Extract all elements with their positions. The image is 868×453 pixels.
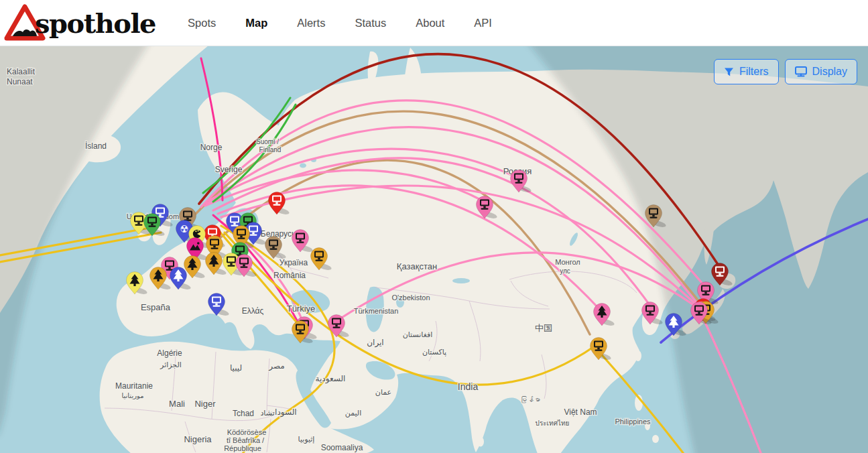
map-label: Nigeria	[184, 434, 212, 444]
map-label: улс	[560, 267, 570, 275]
map-label: Қазақстан	[397, 261, 437, 271]
nav-item-map[interactable]: Map	[245, 17, 267, 29]
svg-text:☢: ☢	[180, 223, 188, 235]
map-label: Беларусь	[261, 229, 296, 239]
brand-logo[interactable]: spothole	[4, 3, 156, 42]
map-label: الجزائر	[160, 361, 182, 369]
nav-item-alerts[interactable]: Alerts	[297, 17, 325, 29]
map-label: Kalaallit	[7, 67, 36, 76]
map-label: عمان	[375, 388, 391, 396]
map-label: မြန်မာ	[520, 396, 540, 403]
map-label: Việt Nam	[564, 407, 597, 417]
map-label: پاکستان	[422, 348, 446, 357]
map-label: Norge	[200, 143, 223, 152]
filter-icon	[724, 67, 734, 77]
map-label: Algérie	[157, 348, 182, 358]
map-label: 中国	[535, 323, 552, 333]
map-label: Ködörösèse	[227, 428, 267, 436]
map-label: Монгол	[555, 258, 580, 266]
map-label: Türkiye	[287, 304, 316, 314]
map-label: O'zbekiston	[391, 294, 430, 302]
filters-button[interactable]: Filters	[714, 59, 779, 84]
spothole-app: spothole SpotsMapAlertsStatusAboutAPI	[0, 0, 868, 453]
map-label: ايران	[367, 338, 383, 348]
map-label: Sverige	[215, 165, 243, 174]
nav-item-status[interactable]: Status	[355, 17, 386, 29]
map-label: Nunaat	[7, 77, 33, 86]
radiation-icon: ☢	[180, 223, 188, 235]
map-canvas[interactable]: KalaallitNunaatİslandNorgeSverigeSuomi /…	[0, 46, 868, 453]
map-label: Ελλάς	[242, 306, 264, 316]
map-label: Mauritanie	[115, 381, 153, 391]
map-label: مصر	[268, 361, 284, 371]
map-label: İsland	[85, 141, 107, 151]
display-icon	[795, 66, 807, 77]
map-label: Finland	[259, 146, 282, 153]
map-label: ประเทศไทย	[536, 419, 570, 427]
map-label: Soomaaliya	[321, 443, 363, 452]
filters-button-label: Filters	[739, 66, 769, 78]
app-header: spothole SpotsMapAlertsStatusAboutAPI	[0, 0, 868, 46]
map-label: India	[458, 381, 479, 392]
world-map: KalaallitNunaatİslandNorgeSverigeSuomi /…	[0, 46, 868, 453]
map-label: Philippines	[615, 417, 651, 426]
map-label: إثيوبيا	[298, 435, 315, 444]
map-label: Niger	[194, 399, 216, 409]
map-label: Tchad	[233, 409, 254, 418]
map-label: Mali	[169, 399, 185, 409]
main-nav: SpotsMapAlertsStatusAboutAPI	[188, 17, 492, 29]
map-label: موريتانيا	[121, 392, 143, 399]
map-label: România	[273, 271, 306, 280]
map-label: République	[224, 444, 261, 452]
display-button[interactable]: Display	[785, 59, 857, 84]
map-label: Türkmenistan	[354, 307, 399, 315]
map-label: Suomi /	[256, 138, 279, 145]
nav-item-about[interactable]: About	[416, 17, 444, 29]
map-label: افغانستان	[403, 330, 433, 338]
brand-name: spothole	[35, 7, 156, 39]
display-button-label: Display	[812, 66, 847, 78]
map-label: تشاد	[260, 409, 274, 417]
map-label: tî Bêafrîka /	[227, 436, 265, 444]
nav-item-api[interactable]: API	[474, 17, 492, 29]
map-label: السعودية	[316, 374, 346, 384]
map-controls: Filters Display	[714, 59, 857, 84]
map-label: Україна	[280, 258, 308, 267]
map-label: اليمن	[345, 409, 361, 417]
nav-item-spots[interactable]: Spots	[188, 17, 216, 29]
map-label: España	[141, 302, 171, 312]
map-label: ليبيا	[230, 363, 242, 373]
